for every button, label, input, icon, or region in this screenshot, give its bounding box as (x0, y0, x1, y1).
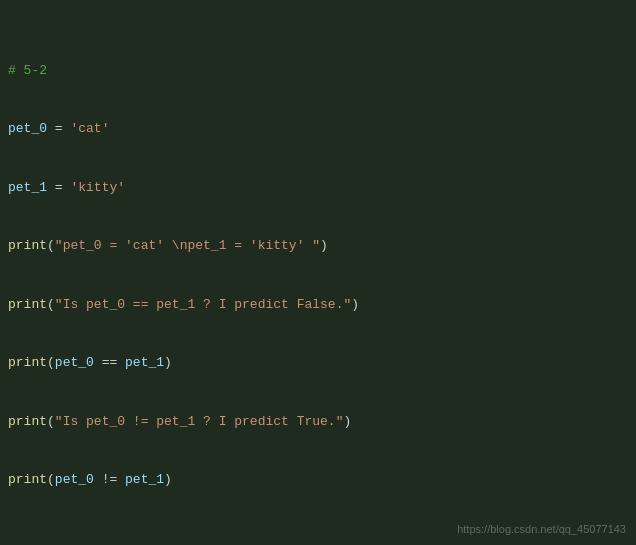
line-5: print("Is pet_0 == pet_1 ? I predict Fal… (6, 295, 630, 315)
line-8: print(pet_0 != pet_1) (6, 470, 630, 490)
watermark: https://blog.csdn.net/qq_45077143 (457, 523, 626, 535)
line-3: pet_1 = 'kitty' (6, 178, 630, 198)
line-4: print("pet_0 = 'cat' \npet_1 = 'kitty' "… (6, 236, 630, 256)
code-content: # 5-2 pet_0 = 'cat' pet_1 = 'kitty' prin… (0, 0, 636, 545)
line-1: # 5-2 (6, 61, 630, 81)
line-2: pet_0 = 'cat' (6, 119, 630, 139)
line-6: print(pet_0 == pet_1) (6, 353, 630, 373)
code-editor: # 5-2 pet_0 = 'cat' pet_1 = 'kitty' prin… (0, 0, 636, 545)
line-7: print("Is pet_0 != pet_1 ? I predict Tru… (6, 412, 630, 432)
